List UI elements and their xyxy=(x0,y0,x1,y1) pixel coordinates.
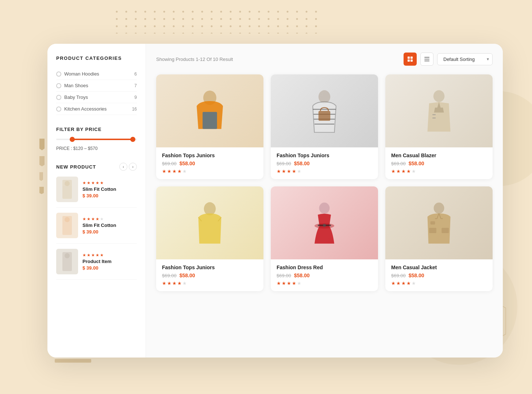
categories-title: PRODUCT CATEGORIES xyxy=(56,55,137,61)
svg-point-93 xyxy=(258,26,260,27)
svg-point-30 xyxy=(434,202,444,214)
svg-point-116 xyxy=(268,33,270,34)
product-prices-2: $69.00 $58.00 xyxy=(391,161,487,166)
svg-point-6 xyxy=(65,253,70,258)
categories-section: PRODUCT CATEGORIES Woman Hoodies 6 Man S… xyxy=(56,55,137,115)
price-slider-track[interactable] xyxy=(56,139,137,140)
svg-point-102 xyxy=(135,33,137,34)
svg-point-25 xyxy=(204,202,216,215)
new-product-price-2: $ 39.00 xyxy=(82,265,137,271)
svg-point-65 xyxy=(201,18,203,20)
price-new-4: $58.00 xyxy=(294,273,310,278)
product-card-1[interactable]: Fashion Tops Juniors $69.00 $58.00 ★ ★ ★… xyxy=(271,74,378,179)
product-card-5[interactable]: Men Casual Jacket $69.00 $58.00 ★ ★ ★ ★ … xyxy=(385,186,493,291)
new-product-thumb-2 xyxy=(56,249,78,274)
svg-rect-32 xyxy=(442,228,449,233)
svg-point-26 xyxy=(319,202,330,214)
svg-point-89 xyxy=(220,26,222,27)
svg-point-74 xyxy=(287,18,289,20)
product-card-0[interactable]: Fashion Tops Juniors $69.00 $58.00 ★ ★ ★… xyxy=(156,74,263,179)
product-prices-1: $69.00 $58.00 xyxy=(277,161,372,166)
product-prices-4: $69.00 $58.00 xyxy=(277,273,372,278)
svg-point-34 xyxy=(116,11,118,13)
svg-point-16 xyxy=(319,90,330,103)
product-image-3 xyxy=(156,186,263,259)
main-card: PRODUCT CATEGORIES Woman Hoodies 6 Man S… xyxy=(47,44,503,358)
product-stars-2: ★ ★ ★ ★ ★ xyxy=(391,169,487,174)
product-info-1: Fashion Tops Juniors $69.00 $58.00 ★ ★ ★… xyxy=(271,147,378,179)
product-card-2[interactable]: Men Casual Blazer $69.00 $58.00 ★ ★ ★ ★ … xyxy=(385,74,493,179)
category-name-man-shoes: Man Shoes xyxy=(64,83,88,88)
svg-rect-12 xyxy=(424,59,429,59)
product-info-0: Fashion Tops Juniors $69.00 $58.00 ★ ★ ★… xyxy=(156,147,263,179)
product-image-1 xyxy=(271,74,378,147)
category-list: Woman Hoodies 6 Man Shoes 7 Baby Troys xyxy=(56,68,137,115)
svg-rect-11 xyxy=(424,57,429,58)
svg-rect-7 xyxy=(408,57,410,59)
price-old-4: $69.00 xyxy=(277,273,291,278)
product-info-3: Fashion Tops Juniors $69.00 $58.00 ★ ★ ★… xyxy=(156,259,263,291)
toolbar-right: Default Sorting Price: Low to High Price… xyxy=(404,53,493,66)
product-info-4: Fashion Dress Red $69.00 $58.00 ★ ★ ★ ★ … xyxy=(271,259,378,291)
svg-point-69 xyxy=(239,18,241,20)
svg-point-92 xyxy=(249,26,251,27)
svg-point-80 xyxy=(135,26,137,27)
svg-point-111 xyxy=(220,33,222,34)
svg-point-68 xyxy=(230,18,232,20)
svg-point-86 xyxy=(192,26,194,27)
category-item-kitchen-accessories[interactable]: Kitchen Accessories 16 xyxy=(56,103,137,115)
svg-point-2 xyxy=(65,181,70,186)
price-old-2: $69.00 xyxy=(391,161,406,166)
svg-rect-13 xyxy=(424,61,429,61)
sort-select[interactable]: Default Sorting Price: Low to High Price… xyxy=(437,53,493,65)
sort-wrapper: Default Sorting Price: Low to High Price… xyxy=(437,53,493,65)
svg-rect-24 xyxy=(432,117,436,119)
new-product-name-2: Product Item xyxy=(82,259,137,264)
svg-point-54 xyxy=(306,11,308,13)
svg-point-35 xyxy=(126,11,127,13)
svg-point-46 xyxy=(230,11,232,13)
svg-point-105 xyxy=(163,33,165,34)
category-item-woman-hoodies[interactable]: Woman Hoodies 6 xyxy=(56,68,137,80)
product-card-3[interactable]: Fashion Tops Juniors $69.00 $58.00 ★ ★ ★… xyxy=(156,186,263,291)
grid-view-button[interactable] xyxy=(404,53,417,66)
svg-point-117 xyxy=(277,33,279,34)
svg-point-55 xyxy=(315,11,317,13)
svg-point-70 xyxy=(249,18,251,20)
product-prices-0: $69.00 $58.00 xyxy=(162,161,258,166)
new-product-next[interactable]: › xyxy=(129,163,137,171)
svg-point-40 xyxy=(173,11,175,13)
product-info-5: Men Casual Jacket $69.00 $58.00 ★ ★ ★ ★ … xyxy=(385,259,493,291)
svg-rect-33 xyxy=(431,221,435,225)
product-image-5 xyxy=(385,186,493,259)
category-item-baby-troys[interactable]: Baby Troys 9 xyxy=(56,92,137,103)
product-stars-0: ★ ★ ★ ★ ★ xyxy=(162,169,258,174)
new-product-prev[interactable]: ‹ xyxy=(119,163,127,171)
radio-man-shoes xyxy=(56,83,61,88)
svg-rect-21 xyxy=(319,111,330,121)
category-count-man-shoes: 7 xyxy=(134,83,137,88)
new-product-thumb-1 xyxy=(56,213,78,238)
svg-rect-8 xyxy=(410,57,413,59)
svg-point-43 xyxy=(201,11,203,13)
svg-point-106 xyxy=(173,33,175,34)
price-slider-thumb-right[interactable] xyxy=(130,137,135,142)
list-view-button[interactable] xyxy=(420,53,433,66)
svg-point-118 xyxy=(287,33,289,34)
price-old-3: $69.00 xyxy=(162,273,177,278)
svg-point-58 xyxy=(135,18,137,20)
product-image-4 xyxy=(271,186,378,259)
new-product-thumb-0 xyxy=(56,177,78,202)
price-slider-thumb-left[interactable] xyxy=(70,137,75,142)
svg-point-45 xyxy=(220,11,222,13)
svg-point-60 xyxy=(154,18,156,20)
new-product-stars-1: ★ ★ ★ ★ ★ xyxy=(82,217,137,221)
product-name-3: Fashion Tops Juniors xyxy=(162,264,258,270)
category-item-man-shoes[interactable]: Man Shoes 7 xyxy=(56,80,137,92)
svg-point-85 xyxy=(182,26,184,27)
new-product-item-0: ★ ★ ★ ★ ★ Slim Fit Cotton $ 39.00 xyxy=(56,177,137,208)
product-name-1: Fashion Tops Juniors xyxy=(277,152,372,158)
product-stars-5: ★ ★ ★ ★ ★ xyxy=(391,281,487,286)
product-image-0 xyxy=(156,74,263,147)
product-card-4[interactable]: Fashion Dress Red $69.00 $58.00 ★ ★ ★ ★ … xyxy=(271,186,378,291)
